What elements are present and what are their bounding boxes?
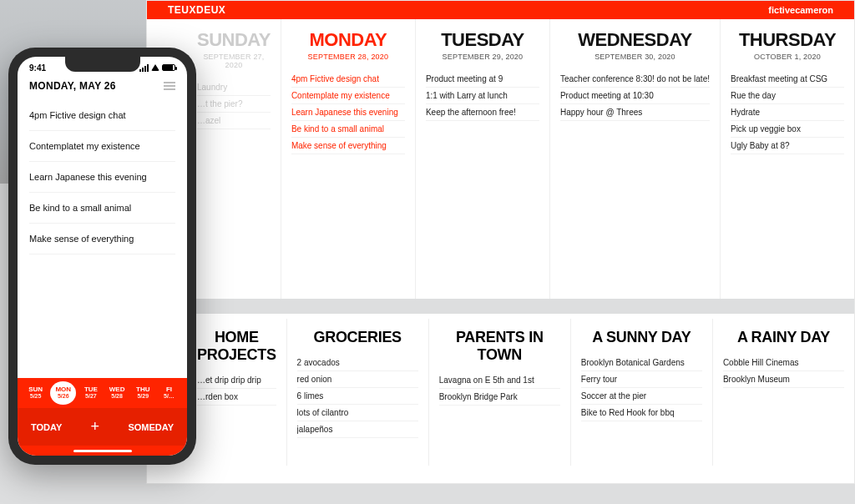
day-header: MONDAYSEPTEMBER 28, 2020	[291, 29, 405, 61]
task-item[interactable]: Be kind to a small animal	[291, 121, 405, 138]
task-item[interactable]: 1:1 with Larry at lunch	[426, 88, 539, 104]
phone-screen: 9:41 MONDAY, MAY 26 4pm Fictive design c…	[18, 57, 187, 456]
task-list: 4pm Fictive design chatContemplate my ex…	[291, 71, 405, 299]
brand: TEUXDEUX	[168, 4, 225, 16]
task-item[interactable]: Product meeting at 10:30	[560, 88, 710, 104]
phone-task-item[interactable]: 4pm Fictive design chat	[29, 100, 175, 131]
day-date: OCTOBER 1, 2020	[731, 53, 844, 61]
day-date: SEPTEMBER 30, 2020	[560, 53, 710, 61]
list-title[interactable]: HOME PROJECTS	[197, 329, 276, 364]
battery-icon	[162, 64, 175, 71]
list-item[interactable]: Brooklyn Botanical Gardens	[581, 355, 702, 371]
day-name: TUESDAY	[426, 29, 539, 51]
task-list: Lavagna on E 5th and 1stBrooklyn Bridge …	[439, 372, 560, 466]
phone-notch	[65, 57, 140, 72]
task-list: Cobble Hill CinemasBrooklyn Museum	[723, 355, 844, 466]
task-item[interactable]: Laundry	[197, 79, 271, 96]
list-item[interactable]: Cobble Hill Cinemas	[723, 355, 844, 371]
list-item[interactable]: Soccer at the pier	[581, 388, 702, 405]
day-name: WEDNESDAY	[560, 29, 710, 51]
user-menu[interactable]: fictivecameron	[768, 5, 833, 15]
list-item[interactable]: jalapeños	[297, 421, 418, 438]
list-item[interactable]: 6 limes	[297, 388, 418, 405]
task-list: Breakfast meeting at CSGRue the dayHydra…	[731, 71, 844, 299]
task-item[interactable]: Breakfast meeting at CSG	[731, 71, 844, 88]
day-pill[interactable]: MON5/26	[50, 381, 76, 405]
task-item[interactable]: …azel	[197, 113, 271, 129]
list-item[interactable]: Brooklyn Bridge Park	[439, 389, 560, 406]
task-item[interactable]: Hydrate	[731, 104, 844, 121]
list-item[interactable]: lots of cilantro	[297, 405, 418, 421]
day-date: SEPTEMBER 27, 2020	[197, 53, 271, 69]
task-item[interactable]: Product meeting at 9	[426, 71, 539, 88]
desktop-header: TEUXDEUX fictivecameron	[147, 1, 854, 19]
phone-task-list: 4pm Fictive design chatContemplatet my e…	[18, 100, 187, 378]
list-item[interactable]: Lavagna on E 5th and 1st	[439, 372, 560, 389]
task-item[interactable]: Rue the day	[731, 88, 844, 104]
task-list: Product meeting at 91:1 with Larry at lu…	[426, 71, 539, 299]
list-column: A SUNNY DAYBrooklyn Botanical GardensFer…	[571, 319, 713, 466]
list-item[interactable]: Ferry tour	[581, 371, 702, 388]
status-time: 9:41	[29, 63, 46, 73]
day-header: THURSDAYOCTOBER 1, 2020	[731, 29, 844, 61]
phone-task-item[interactable]: Contemplatet my existence	[29, 131, 175, 162]
desktop-app: TEUXDEUX fictivecameron SUNDAYSEPTEMBER …	[146, 0, 855, 484]
task-list: Laundry…t the pier?…azel	[197, 79, 271, 299]
day-pill[interactable]: TUE5/27	[78, 386, 104, 400]
menu-icon[interactable]	[164, 82, 175, 90]
today-button[interactable]: TODAY	[31, 422, 62, 432]
home-indicator	[18, 446, 187, 456]
day-pill[interactable]: WED5/28	[104, 386, 130, 400]
week-row: SUNDAYSEPTEMBER 27, 2020Laundry…t the pi…	[147, 19, 854, 299]
phone-mockup: 9:41 MONDAY, MAY 26 4pm Fictive design c…	[8, 48, 196, 465]
signal-icon	[139, 64, 149, 72]
list-row: HOME PROJECTS…et drip drip drip…rden box…	[147, 299, 854, 466]
day-date: SEPTEMBER 28, 2020	[291, 53, 405, 61]
list-title[interactable]: A RAINY DAY	[723, 329, 844, 346]
task-item[interactable]: Happy hour @ Threes	[560, 104, 710, 121]
task-item[interactable]: Teacher conference 8:30! do not be late!	[560, 71, 710, 88]
day-name: SUNDAY	[197, 29, 271, 51]
day-pill[interactable]: THU5/29	[130, 386, 156, 400]
task-item[interactable]: Keep the afternoon free!	[426, 104, 539, 121]
day-header: TUESDAYSEPTEMBER 29, 2020	[426, 29, 539, 61]
list-column: A RAINY DAYCobble Hill CinemasBrooklyn M…	[713, 319, 854, 466]
app-header: MONDAY, MAY 26	[18, 75, 187, 100]
task-item[interactable]: Ugly Baby at 8?	[731, 138, 844, 154]
task-item[interactable]: 4pm Fictive design chat	[291, 71, 405, 88]
phone-task-item[interactable]: Be kind to a small animal	[29, 193, 175, 224]
task-list: 2 avocadosred onion6 limeslots of cilant…	[297, 355, 418, 466]
phone-task-item[interactable]: Make sense of everything	[29, 224, 175, 255]
list-title[interactable]: A SUNNY DAY	[581, 329, 702, 346]
task-item[interactable]: Learn Japanese this evening	[291, 104, 405, 121]
list-item[interactable]: red onion	[297, 371, 418, 388]
phone-task-item[interactable]: Learn Japanese this evening	[29, 162, 175, 193]
day-column: THURSDAYOCTOBER 1, 2020Breakfast meeting…	[721, 19, 854, 299]
day-date: SEPTEMBER 29, 2020	[426, 53, 539, 61]
list-item[interactable]: …rden box	[197, 389, 276, 406]
bottom-bar: TODAY + SOMEDAY	[18, 408, 187, 446]
task-item[interactable]: Make sense of everything	[291, 138, 405, 154]
day-pill[interactable]: FI5/…	[156, 386, 182, 400]
list-item[interactable]: Bike to Red Hook for bbq	[581, 405, 702, 421]
day-strip: SUN5/25MON5/26TUE5/27WED5/28THU5/29FI5/…	[18, 378, 187, 408]
add-button[interactable]: +	[62, 418, 128, 436]
day-name: MONDAY	[291, 29, 405, 51]
list-item[interactable]: 2 avocados	[297, 355, 418, 371]
wifi-icon	[151, 64, 159, 71]
list-column: GROCERIES2 avocadosred onion6 limeslots …	[287, 319, 429, 466]
list-item[interactable]: …et drip drip drip	[197, 372, 276, 389]
list-item[interactable]: Brooklyn Museum	[723, 371, 844, 388]
task-item[interactable]: Pick up veggie box	[731, 121, 844, 138]
task-item[interactable]: Contemplate my existence	[291, 88, 405, 104]
list-title[interactable]: PARENTS IN TOWN	[439, 329, 560, 364]
day-header: SUNDAYSEPTEMBER 27, 2020	[197, 29, 271, 69]
task-item[interactable]: …t the pier?	[197, 96, 271, 113]
day-pill[interactable]: SUN5/25	[23, 386, 48, 400]
list-title[interactable]: GROCERIES	[297, 329, 418, 346]
day-column: WEDNESDAYSEPTEMBER 30, 2020Teacher confe…	[550, 19, 721, 299]
day-header: WEDNESDAYSEPTEMBER 30, 2020	[560, 29, 710, 61]
someday-button[interactable]: SOMEDAY	[128, 422, 174, 432]
task-list: Teacher conference 8:30! do not be late!…	[560, 71, 710, 299]
day-column: TUESDAYSEPTEMBER 29, 2020Product meeting…	[416, 19, 550, 299]
